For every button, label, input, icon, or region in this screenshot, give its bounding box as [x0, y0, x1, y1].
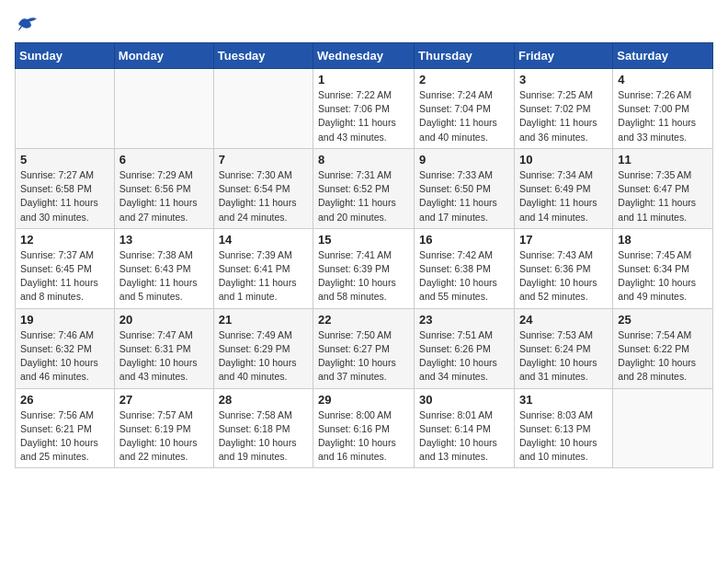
day-number: 2	[419, 73, 509, 86]
day-number: 9	[419, 153, 509, 167]
day-info: Sunrise: 8:01 AM Sunset: 6:14 PM Dayligh…	[419, 408, 509, 465]
weekday-header-sunday: Sunday	[16, 43, 115, 69]
logo-bird-icon	[17, 15, 39, 33]
day-number: 14	[219, 233, 308, 247]
day-info: Sunrise: 7:39 AM Sunset: 6:41 PM Dayligh…	[219, 248, 308, 304]
calendar-week-row: 26Sunrise: 7:56 AM Sunset: 6:21 PM Dayli…	[16, 388, 713, 468]
calendar-cell: 28Sunrise: 7:58 AM Sunset: 6:18 PM Dayli…	[213, 388, 313, 468]
day-info: Sunrise: 7:26 AM Sunset: 7:00 PM Dayligh…	[618, 88, 708, 144]
day-number: 10	[519, 153, 608, 167]
calendar-cell: 5Sunrise: 7:27 AM Sunset: 6:58 PM Daylig…	[16, 148, 115, 228]
calendar-week-row: 5Sunrise: 7:27 AM Sunset: 6:58 PM Daylig…	[16, 148, 713, 228]
day-number: 21	[219, 313, 308, 327]
day-number: 8	[318, 153, 409, 167]
calendar-cell: 2Sunrise: 7:24 AM Sunset: 7:04 PM Daylig…	[415, 69, 515, 149]
calendar-cell	[213, 69, 313, 149]
day-info: Sunrise: 7:25 AM Sunset: 7:02 PM Dayligh…	[519, 88, 608, 144]
day-info: Sunrise: 7:51 AM Sunset: 6:26 PM Dayligh…	[419, 328, 509, 385]
calendar-cell: 6Sunrise: 7:29 AM Sunset: 6:56 PM Daylig…	[114, 148, 213, 228]
day-info: Sunrise: 7:45 AM Sunset: 6:34 PM Dayligh…	[618, 248, 708, 304]
day-info: Sunrise: 7:53 AM Sunset: 6:24 PM Dayligh…	[519, 328, 608, 385]
day-number: 22	[318, 313, 409, 327]
calendar-header-row: SundayMondayTuesdayWednesdayThursdayFrid…	[16, 43, 713, 69]
header	[15, 15, 713, 33]
calendar-cell: 15Sunrise: 7:41 AM Sunset: 6:39 PM Dayli…	[313, 228, 415, 308]
day-info: Sunrise: 7:31 AM Sunset: 6:52 PM Dayligh…	[318, 168, 409, 224]
day-number: 17	[519, 233, 608, 247]
calendar-cell: 27Sunrise: 7:57 AM Sunset: 6:19 PM Dayli…	[114, 388, 213, 468]
calendar-cell	[114, 69, 213, 149]
calendar-table: SundayMondayTuesdayWednesdayThursdayFrid…	[15, 42, 713, 468]
day-number: 28	[219, 393, 308, 407]
calendar-cell: 14Sunrise: 7:39 AM Sunset: 6:41 PM Dayli…	[213, 228, 313, 308]
day-number: 25	[618, 313, 708, 327]
calendar-cell: 21Sunrise: 7:49 AM Sunset: 6:29 PM Dayli…	[213, 308, 313, 388]
day-number: 13	[119, 233, 209, 247]
day-info: Sunrise: 7:27 AM Sunset: 6:58 PM Dayligh…	[20, 168, 109, 224]
calendar-cell: 16Sunrise: 7:42 AM Sunset: 6:38 PM Dayli…	[415, 228, 515, 308]
day-info: Sunrise: 7:47 AM Sunset: 6:31 PM Dayligh…	[119, 328, 209, 385]
calendar-cell: 23Sunrise: 7:51 AM Sunset: 6:26 PM Dayli…	[415, 308, 515, 388]
calendar-cell: 22Sunrise: 7:50 AM Sunset: 6:27 PM Dayli…	[313, 308, 415, 388]
calendar-cell: 13Sunrise: 7:38 AM Sunset: 6:43 PM Dayli…	[114, 228, 213, 308]
day-number: 23	[419, 313, 509, 327]
day-number: 24	[519, 313, 608, 327]
day-info: Sunrise: 7:49 AM Sunset: 6:29 PM Dayligh…	[219, 328, 308, 385]
day-number: 7	[219, 153, 308, 167]
calendar-week-row: 12Sunrise: 7:37 AM Sunset: 6:45 PM Dayli…	[16, 228, 713, 308]
day-number: 30	[419, 393, 509, 407]
calendar-cell: 11Sunrise: 7:35 AM Sunset: 6:47 PM Dayli…	[613, 148, 713, 228]
day-info: Sunrise: 7:54 AM Sunset: 6:22 PM Dayligh…	[618, 328, 708, 385]
calendar-cell: 4Sunrise: 7:26 AM Sunset: 7:00 PM Daylig…	[613, 69, 713, 149]
day-info: Sunrise: 7:58 AM Sunset: 6:18 PM Dayligh…	[219, 408, 308, 465]
day-number: 18	[618, 233, 708, 247]
day-info: Sunrise: 8:03 AM Sunset: 6:13 PM Dayligh…	[519, 408, 608, 465]
day-info: Sunrise: 7:43 AM Sunset: 6:36 PM Dayligh…	[519, 248, 608, 304]
day-info: Sunrise: 7:29 AM Sunset: 6:56 PM Dayligh…	[119, 168, 209, 224]
calendar-cell: 8Sunrise: 7:31 AM Sunset: 6:52 PM Daylig…	[313, 148, 415, 228]
day-number: 15	[318, 233, 409, 247]
calendar-cell: 10Sunrise: 7:34 AM Sunset: 6:49 PM Dayli…	[514, 148, 612, 228]
calendar-cell	[16, 69, 115, 149]
calendar-cell: 9Sunrise: 7:33 AM Sunset: 6:50 PM Daylig…	[415, 148, 515, 228]
calendar-cell: 7Sunrise: 7:30 AM Sunset: 6:54 PM Daylig…	[213, 148, 313, 228]
day-number: 26	[20, 393, 109, 407]
weekday-header-thursday: Thursday	[415, 43, 515, 69]
calendar-cell: 25Sunrise: 7:54 AM Sunset: 6:22 PM Dayli…	[613, 308, 713, 388]
day-info: Sunrise: 7:41 AM Sunset: 6:39 PM Dayligh…	[318, 248, 409, 304]
day-info: Sunrise: 7:30 AM Sunset: 6:54 PM Dayligh…	[219, 168, 308, 224]
day-number: 6	[119, 153, 209, 167]
weekday-header-friday: Friday	[514, 43, 612, 69]
day-number: 29	[318, 393, 409, 407]
day-info: Sunrise: 7:22 AM Sunset: 7:06 PM Dayligh…	[318, 88, 409, 144]
day-info: Sunrise: 7:24 AM Sunset: 7:04 PM Dayligh…	[419, 88, 509, 144]
weekday-header-wednesday: Wednesday	[313, 43, 415, 69]
day-number: 1	[318, 73, 409, 86]
day-info: Sunrise: 7:37 AM Sunset: 6:45 PM Dayligh…	[20, 248, 109, 304]
day-number: 3	[519, 73, 608, 86]
logo	[15, 15, 39, 33]
calendar-cell: 12Sunrise: 7:37 AM Sunset: 6:45 PM Dayli…	[16, 228, 115, 308]
day-number: 5	[20, 153, 109, 167]
day-info: Sunrise: 7:42 AM Sunset: 6:38 PM Dayligh…	[419, 248, 509, 304]
day-info: Sunrise: 7:35 AM Sunset: 6:47 PM Dayligh…	[618, 168, 708, 224]
day-info: Sunrise: 7:38 AM Sunset: 6:43 PM Dayligh…	[119, 248, 209, 304]
day-info: Sunrise: 7:57 AM Sunset: 6:19 PM Dayligh…	[119, 408, 209, 465]
calendar-cell: 26Sunrise: 7:56 AM Sunset: 6:21 PM Dayli…	[16, 388, 115, 468]
weekday-header-monday: Monday	[114, 43, 213, 69]
day-number: 31	[519, 393, 608, 407]
weekday-header-tuesday: Tuesday	[213, 43, 313, 69]
calendar-cell: 20Sunrise: 7:47 AM Sunset: 6:31 PM Dayli…	[114, 308, 213, 388]
day-number: 12	[20, 233, 109, 247]
day-number: 27	[119, 393, 209, 407]
calendar-cell: 17Sunrise: 7:43 AM Sunset: 6:36 PM Dayli…	[514, 228, 612, 308]
day-number: 4	[618, 73, 708, 86]
day-number: 16	[419, 233, 509, 247]
calendar-cell: 19Sunrise: 7:46 AM Sunset: 6:32 PM Dayli…	[16, 308, 115, 388]
day-info: Sunrise: 7:56 AM Sunset: 6:21 PM Dayligh…	[20, 408, 109, 465]
calendar-week-row: 19Sunrise: 7:46 AM Sunset: 6:32 PM Dayli…	[16, 308, 713, 388]
calendar-cell: 31Sunrise: 8:03 AM Sunset: 6:13 PM Dayli…	[514, 388, 612, 468]
day-number: 20	[119, 313, 209, 327]
day-info: Sunrise: 7:46 AM Sunset: 6:32 PM Dayligh…	[20, 328, 109, 385]
weekday-header-saturday: Saturday	[613, 43, 713, 69]
